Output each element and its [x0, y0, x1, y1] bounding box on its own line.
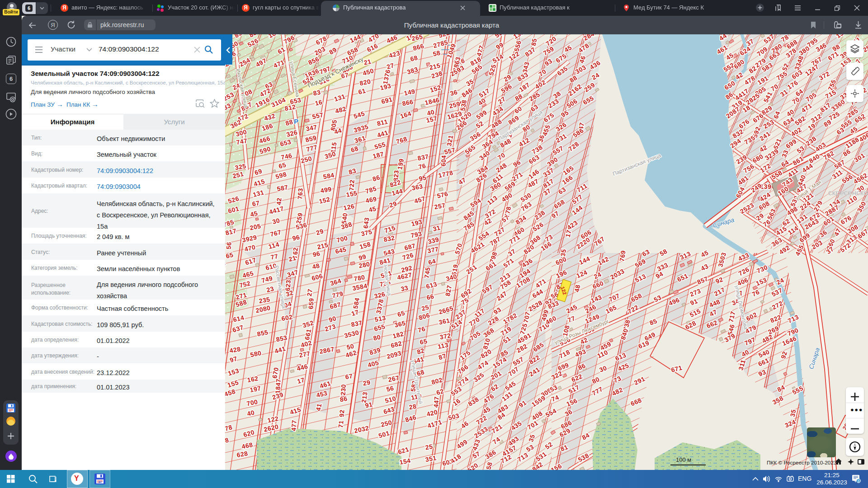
svg-text:477: 477	[290, 420, 298, 432]
svg-text:85: 85	[530, 38, 538, 46]
svg-text:659: 659	[307, 298, 315, 310]
svg-text:21: 21	[363, 58, 372, 66]
svg-text:64: 64	[99, 481, 102, 483]
svg-text:67: 67	[344, 372, 353, 381]
svg-text:86: 86	[340, 395, 348, 404]
svg-text:56: 56	[386, 385, 395, 393]
svg-text:48: 48	[573, 284, 582, 293]
svg-text:769: 769	[618, 250, 627, 262]
svg-text:скресенское: скресенское	[828, 188, 868, 197]
svg-text:42: 42	[275, 197, 283, 206]
svg-text:1: 1	[858, 479, 860, 483]
svg-text:745: 745	[423, 267, 432, 279]
svg-text:P: P	[294, 117, 298, 125]
svg-text:763: 763	[296, 188, 304, 200]
svg-text:29: 29	[363, 379, 371, 387]
svg-text:722: 722	[348, 179, 356, 191]
svg-text:56: 56	[225, 241, 233, 249]
svg-text:67: 67	[252, 199, 260, 208]
svg-text:447: 447	[432, 396, 440, 408]
svg-text:28: 28	[408, 403, 417, 411]
svg-text:71: 71	[337, 420, 344, 428]
svg-text:27: 27	[306, 288, 314, 297]
svg-text:41: 41	[315, 403, 323, 411]
svg-text:35: 35	[789, 408, 797, 417]
svg-text:643: 643	[362, 217, 371, 229]
svg-text:16: 16	[314, 99, 323, 107]
svg-text:25: 25	[425, 443, 434, 451]
svg-text:65: 65	[419, 338, 428, 346]
svg-text:77: 77	[270, 253, 278, 261]
svg-text:96: 96	[312, 250, 321, 258]
svg-text:604: 604	[439, 155, 448, 167]
svg-text:83: 83	[312, 89, 321, 97]
svg-text:92: 92	[338, 409, 345, 418]
